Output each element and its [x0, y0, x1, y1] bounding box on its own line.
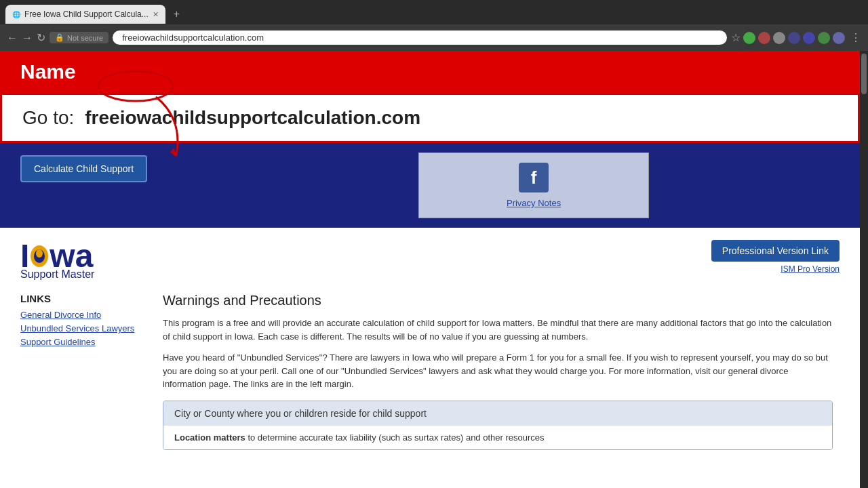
svg-point-3	[36, 249, 43, 258]
lower-section: I wa Support Master Professional Version…	[0, 228, 860, 457]
nav-bar: ← → ↻ 🔒 Not secure freeiowachildsupportc…	[0, 24, 868, 51]
facebook-icon[interactable]: f	[519, 163, 549, 192]
logo-i: I	[20, 240, 29, 272]
unbundled-services-link[interactable]: Unbundled Services Lawyers	[20, 323, 142, 333]
browser-icons-area: ☆ ⋮	[731, 31, 861, 44]
ext-icon-7	[833, 32, 845, 44]
support-guidelines-link[interactable]: Support Guidelines	[20, 337, 142, 347]
calculate-btn-container: Calculate Child Support	[20, 152, 147, 182]
scrollbar-track	[860, 51, 868, 488]
logo-circle-icon	[30, 245, 49, 268]
location-matters-label: Location matters	[174, 432, 245, 443]
links-list: General Divorce Info Unbundled Services …	[20, 310, 142, 347]
ext-icon-5	[803, 32, 815, 44]
scrollbar-thumb[interactable]	[861, 54, 867, 94]
goto-url: freeiowachildsupportcalculation.com	[85, 107, 420, 129]
facebook-box: f Privacy Notes	[418, 152, 649, 218]
star-icon[interactable]: ☆	[731, 31, 741, 44]
left-sidebar: LINKS General Divorce Info Unbundled Ser…	[14, 286, 149, 457]
logo-area: I wa Support Master	[20, 240, 94, 281]
header-title: Name	[20, 60, 76, 83]
ext-icon-3	[773, 32, 785, 44]
goto-section: Go to: freeiowachildsupportcalculation.c…	[0, 93, 860, 143]
refresh-btn[interactable]: ↻	[37, 31, 45, 44]
city-body-rest: to determine accurate tax liability (suc…	[248, 432, 544, 443]
ism-pro-link[interactable]: ISM Pro Version	[781, 264, 840, 274]
browser-chrome: 🌐 Free Iowa Child Support Calcula... ✕ +…	[0, 0, 868, 51]
links-heading: LINKS	[20, 293, 142, 304]
pro-version-area: Professional Version Link ISM Pro Versio…	[711, 240, 840, 274]
two-col-layout: LINKS General Divorce Info Unbundled Ser…	[0, 286, 860, 457]
ext-icon-4	[788, 32, 800, 44]
back-btn[interactable]: ←	[7, 32, 18, 44]
support-master-label: Support Master	[20, 268, 94, 281]
forward-btn[interactable]: →	[22, 32, 33, 44]
security-label: Not secure	[67, 34, 103, 42]
ext-icon-6	[818, 32, 830, 44]
tab-title: Free Iowa Child Support Calcula...	[24, 9, 149, 19]
action-area: Calculate Child Support f Privacy Notes	[0, 143, 860, 228]
lower-header: I wa Support Master Professional Version…	[0, 228, 860, 286]
tab-icon: 🌐	[12, 11, 20, 18]
active-tab[interactable]: 🌐 Free Iowa Child Support Calcula... ✕	[5, 5, 165, 24]
goto-label: Go to:	[22, 107, 74, 129]
right-content: Warnings and Precautions This program is…	[149, 286, 846, 457]
iowa-logo: I wa	[20, 240, 94, 272]
header-banner: Name	[0, 51, 860, 93]
warnings-heading: Warnings and Precautions	[163, 293, 833, 308]
city-county-section: City or County where you or children res…	[163, 401, 833, 450]
security-badge: 🔒 Not secure	[50, 32, 108, 43]
city-section-body: Location matters to determine accurate t…	[163, 426, 832, 449]
page-content: Name Go to: freeiowachildsupportcalculat…	[0, 51, 860, 488]
lock-icon: 🔒	[55, 33, 64, 42]
tab-bar: 🌐 Free Iowa Child Support Calcula... ✕ +	[0, 0, 868, 24]
calculate-child-support-btn[interactable]: Calculate Child Support	[20, 155, 147, 182]
logo-wa: wa	[50, 240, 93, 272]
ext-icon-2	[758, 32, 770, 44]
general-divorce-info-link[interactable]: General Divorce Info	[20, 310, 142, 320]
new-tab-btn[interactable]: +	[168, 7, 185, 22]
warnings-paragraph-1: This program is a free and will provide …	[163, 317, 833, 343]
menu-btn[interactable]: ⋮	[850, 31, 861, 44]
tab-close-btn[interactable]: ✕	[153, 10, 159, 19]
city-section-header: City or County where you or children res…	[163, 401, 832, 426]
url-text: freeiowachildsupportcalculation.com	[122, 33, 264, 43]
pro-version-link-btn[interactable]: Professional Version Link	[711, 240, 840, 262]
warnings-paragraph-2: Have you heard of "Unbundled Services"? …	[163, 351, 833, 391]
privacy-notes-link[interactable]: Privacy Notes	[507, 198, 561, 208]
ext-icon-1	[743, 32, 755, 44]
url-bar[interactable]: freeiowachildsupportcalculation.com	[113, 30, 727, 45]
